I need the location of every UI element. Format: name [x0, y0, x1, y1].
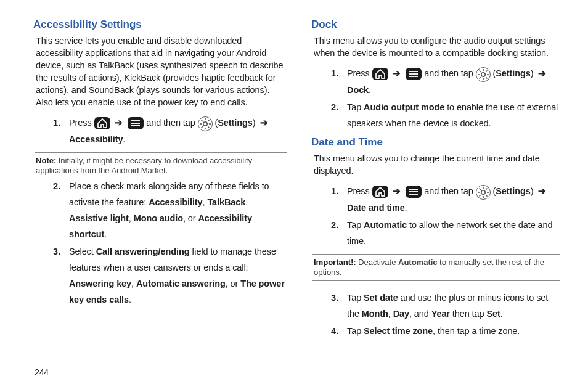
step-1: 1. Press ➔ and then tap (Settings) ➔ Acc…: [35, 115, 287, 147]
section-heading-dock: Dock: [311, 18, 560, 31]
date-step-4: 4. Tap Select time zone, then tap a time…: [312, 323, 560, 339]
dock-intro: This menu allows you to configure the au…: [314, 35, 560, 59]
home-icon: [372, 68, 388, 80]
accessibility-steps: 1. Press ➔ and then tap (Settings) ➔ Acc…: [35, 115, 287, 147]
date-step-1: 1. Press ➔ and then tap (Settings) ➔ Dat…: [312, 183, 560, 216]
right-column: Dock This menu allows you to configure t…: [312, 18, 560, 392]
page-number: 244: [35, 367, 49, 377]
dock-steps: 1. Press ➔ and then tap (Settings) ➔ Doc…: [312, 65, 560, 131]
accessibility-intro: This service lets you enable and disable…: [36, 35, 287, 108]
dock-step-1: 1. Press ➔ and then tap (Settings) ➔ Doc…: [312, 65, 560, 98]
home-icon: [94, 117, 110, 129]
menu-icon: [406, 68, 422, 80]
section-heading-date: Date and Time: [311, 136, 560, 149]
date-steps: 1. Press ➔ and then tap (Settings) ➔ Dat…: [312, 183, 560, 249]
date-intro: This menu allows you to change the curre…: [314, 152, 560, 177]
date-step-2: 2. Tap Automatic to allow the network se…: [312, 217, 560, 249]
home-icon: [372, 186, 388, 198]
important-box: Important!: Deactivate Automatic to manu…: [312, 254, 560, 281]
dock-step-2: 2. Tap Audio output mode to enable the u…: [312, 99, 560, 131]
menu-icon: [128, 117, 144, 129]
gear-icon: [476, 67, 491, 82]
section-heading-accessibility: Accessibility Settings: [33, 18, 287, 31]
gear-icon: [198, 116, 213, 131]
left-column: Accessibility Settings This service lets…: [35, 18, 287, 392]
date-steps-cont: 3. Tap Set date and use the plus or minu…: [312, 290, 560, 339]
accessibility-steps-cont: 2. Place a check mark alongside any of t…: [35, 178, 287, 308]
note-box: Note: Initially, it might be necessary t…: [35, 152, 287, 169]
step-2: 2. Place a check mark alongside any of t…: [35, 178, 287, 242]
gear-icon: [476, 185, 491, 200]
menu-icon: [406, 186, 422, 198]
date-step-3: 3. Tap Set date and use the plus or minu…: [312, 290, 560, 322]
step-3: 3. Select Call answering/ending field to…: [35, 243, 287, 308]
